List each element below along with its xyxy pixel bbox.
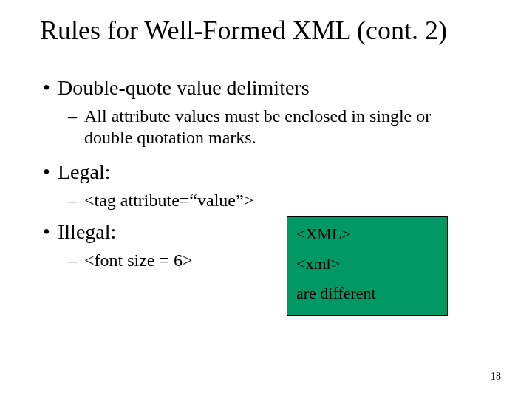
slide: Rules for Well-Formed XML (cont. 2) Doub… [0, 0, 532, 399]
callout-line-1: <XML> [296, 225, 438, 244]
bullet-legal: Legal: [58, 160, 479, 184]
slide-title: Rules for Well-Formed XML (cont. 2) [40, 16, 447, 46]
bullet-double-quote: Double-quote value delimiters [58, 76, 479, 100]
case-sensitivity-callout: <XML> <xml> are different [287, 216, 448, 316]
callout-line-3: are different [296, 284, 438, 303]
callout-line-2: <xml> [296, 254, 438, 273]
subbullet-legal-example: <tag attribute=“value”> [58, 190, 479, 211]
page-number: 18 [491, 371, 501, 383]
subbullet-enclosed: All attribute values must be enclosed in… [58, 106, 479, 149]
